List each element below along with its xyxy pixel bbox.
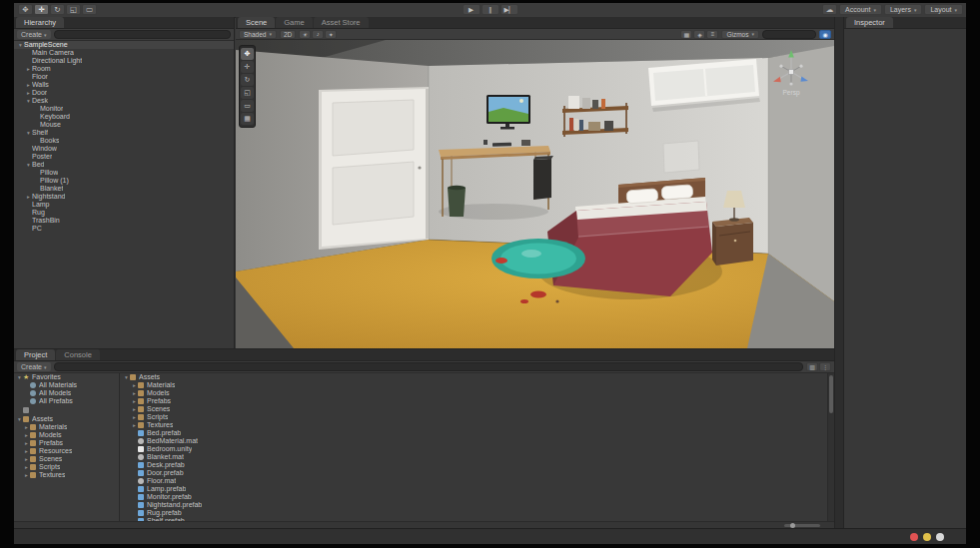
expand-arrow-icon[interactable]: ▾ <box>25 97 32 105</box>
expand-arrow-icon[interactable]: ▸ <box>23 431 30 439</box>
project-file-row[interactable]: Bedroom.unity <box>121 445 827 453</box>
rect-tool[interactable]: ▭ <box>82 4 97 15</box>
project-file-row[interactable]: Floor.mat <box>121 477 827 485</box>
project-folder-row[interactable]: ▾ Favorites <box>14 373 119 381</box>
trash-bin-object[interactable] <box>448 186 466 217</box>
hierarchy-item[interactable]: PC <box>14 225 234 233</box>
panel-divider[interactable] <box>834 17 844 528</box>
hierarchy-item[interactable]: Blanket <box>14 185 234 193</box>
hierarchy-item[interactable]: Lamp <box>14 201 234 209</box>
nightstand-object[interactable] <box>712 218 753 266</box>
project-scrollbar[interactable] <box>827 373 834 521</box>
hierarchy-item[interactable]: Pillow <box>14 169 234 177</box>
project-file-row[interactable]: ▸ Materials <box>121 381 827 389</box>
hierarchy-item[interactable]: Books <box>14 137 234 145</box>
project-folder-row[interactable]: ▸ Prefabs <box>14 439 119 447</box>
hierarchy-item[interactable]: Pillow (1) <box>14 177 234 185</box>
hierarchy-item[interactable]: ▾ Shelf <box>14 129 234 137</box>
icon-size-slider[interactable] <box>784 524 820 527</box>
expand-arrow-icon[interactable]: ▾ <box>17 41 24 49</box>
project-folder-row[interactable]: ▸ Resources <box>14 447 119 455</box>
expand-arrow-icon[interactable]: ▾ <box>25 161 32 169</box>
keyboard-object[interactable] <box>492 143 511 147</box>
expand-arrow-icon[interactable]: ▸ <box>131 381 138 389</box>
hierarchy-item[interactable]: Rug <box>14 209 234 217</box>
scene-tab[interactable]: Scene <box>238 17 275 28</box>
messages-badge[interactable] <box>936 533 944 541</box>
rotate-tool[interactable]: ↻ <box>50 4 65 15</box>
door-object[interactable] <box>319 87 429 250</box>
hierarchy-item[interactable]: Keyboard <box>14 113 234 121</box>
expand-arrow-icon[interactable]: ▾ <box>25 129 32 137</box>
expand-arrow-icon[interactable]: ▸ <box>25 89 32 97</box>
tab-project[interactable]: Project <box>16 349 55 360</box>
hierarchy-item[interactable]: ▾ Desk <box>14 97 234 105</box>
expand-arrow-icon[interactable]: ▸ <box>131 421 138 429</box>
red-spot-object[interactable] <box>520 299 528 303</box>
project-file-row[interactable]: Rug.prefab <box>121 509 827 517</box>
hierarchy-create-button[interactable]: Create ▾ <box>17 30 51 39</box>
expand-arrow-icon[interactable]: ▸ <box>23 471 30 479</box>
project-folder-row[interactable]: ▸ Scripts <box>14 463 119 471</box>
hierarchy-item[interactable]: ▾ Bed <box>14 161 234 169</box>
project-folder-row[interactable]: ▸ Scenes <box>14 455 119 463</box>
scene-tab[interactable]: Asset Store <box>314 17 369 28</box>
scrollbar-thumb[interactable] <box>829 375 833 413</box>
project-file-row[interactable]: Nightstand.prefab <box>121 501 827 509</box>
scene-tab[interactable]: Game <box>276 17 312 28</box>
tab-console[interactable]: Console <box>56 349 100 360</box>
expand-arrow-icon[interactable]: ▸ <box>131 397 138 405</box>
expand-arrow-icon[interactable]: ▸ <box>131 413 138 421</box>
project-search-input[interactable] <box>54 362 803 371</box>
audio-icon[interactable]: ♪ <box>312 30 324 39</box>
shading-mode-dropdown[interactable]: Shaded ▾ <box>239 30 277 39</box>
pc-tower-object[interactable] <box>533 156 553 200</box>
expand-arrow-icon[interactable]: ▾ <box>16 415 23 423</box>
expand-arrow-icon[interactable]: ▸ <box>23 423 30 431</box>
project-folder-row[interactable]: All Materials <box>14 381 119 389</box>
project-file-row[interactable]: ▸ Scenes <box>121 405 827 413</box>
view-tool[interactable]: ✥ <box>241 48 254 60</box>
rect-tool[interactable]: ▭ <box>241 100 254 112</box>
two-column-icon[interactable]: ▥ <box>806 362 818 371</box>
2d-toggle[interactable]: 2D <box>280 30 296 39</box>
toolbar-dropdown[interactable]: Layout ▾ <box>924 4 963 15</box>
hierarchy-item[interactable]: Monitor <box>14 105 234 113</box>
hierarchy-item[interactable]: ▾ SampleScene <box>14 41 234 49</box>
scale-tool[interactable]: ◱ <box>66 4 81 15</box>
project-folder-row[interactable]: All Prefabs <box>14 397 119 405</box>
scene-search-input[interactable] <box>762 30 816 39</box>
camera-settings-button[interactable]: ◉ <box>819 30 831 39</box>
expand-arrow-icon[interactable]: ▸ <box>25 81 32 89</box>
project-file-row[interactable]: Monitor.prefab <box>121 493 827 501</box>
options-icon[interactable]: ⋮ <box>819 362 831 371</box>
project-create-button[interactable]: Create ▾ <box>17 362 51 371</box>
move-tool[interactable]: ✛ <box>34 4 49 15</box>
slider-knob[interactable] <box>790 523 795 528</box>
red-spot-object[interactable] <box>495 258 507 264</box>
expand-arrow-icon[interactable]: ▾ <box>123 373 130 381</box>
red-spot-object[interactable] <box>530 291 546 298</box>
pause-button[interactable]: ∥ <box>482 4 499 15</box>
hand-tool[interactable]: ✥ <box>18 4 33 15</box>
project-file-row[interactable]: Desk.prefab <box>121 461 827 469</box>
project-folder-row[interactable]: ▸ Materials <box>14 423 119 431</box>
project-file-row[interactable]: ▸ Scripts <box>121 413 827 421</box>
toolbar-dropdown[interactable]: Account ▾ <box>839 4 882 15</box>
project-file-row[interactable]: Lamp.prefab <box>121 485 827 493</box>
wall-panel-object[interactable] <box>663 141 699 173</box>
hierarchy-item[interactable]: ▸ Walls <box>14 81 234 89</box>
hierarchy-item[interactable]: ▸ Room <box>14 65 234 73</box>
floor-item-object[interactable] <box>555 299 558 302</box>
effects-icon[interactable]: ✦ <box>325 30 337 39</box>
project-file-row[interactable]: ▸ Textures <box>121 421 827 429</box>
transform-tool[interactable]: ▦ <box>241 113 254 125</box>
rotate-tool[interactable]: ↻ <box>241 74 254 86</box>
expand-arrow-icon[interactable]: ▸ <box>23 439 30 447</box>
warnings-badge[interactable] <box>923 533 931 541</box>
hierarchy-search-input[interactable] <box>54 30 231 39</box>
hierarchy-item[interactable]: Poster <box>14 153 234 161</box>
tab-inspector[interactable]: Inspector <box>846 17 893 28</box>
bedroom-3d-scene[interactable]: Persp <box>236 40 834 348</box>
project-file-row[interactable]: ▾ Assets <box>121 373 827 381</box>
